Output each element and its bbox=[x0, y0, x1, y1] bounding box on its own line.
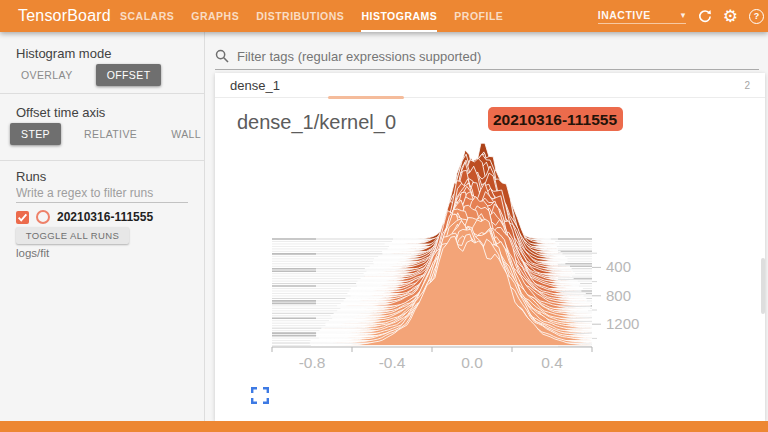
nav-tabs: SCALARSGRAPHSDISTRIBUTIONSHISTOGRAMSPROF… bbox=[120, 0, 503, 32]
divider bbox=[0, 93, 204, 94]
svg-text:800: 800 bbox=[606, 287, 631, 304]
search-icon bbox=[215, 49, 229, 63]
run-tooltip-badge: 20210316-111555 bbox=[488, 107, 623, 131]
scrolled-chart-remnant bbox=[328, 96, 404, 99]
tag-group-header[interactable]: dense_1 2 bbox=[215, 73, 765, 98]
settings-sidebar: Histogram mode OVERLAYOFFSET Offset time… bbox=[0, 32, 205, 421]
offset-time-axis-toggle: STEPRELATIVEWALL bbox=[10, 123, 212, 145]
chart-title: dense_1/kernel_0 bbox=[237, 111, 396, 134]
refresh-icon[interactable] bbox=[697, 9, 712, 24]
chevron-down-icon: ▾ bbox=[681, 10, 686, 20]
tab-profile[interactable]: PROFILE bbox=[454, 0, 503, 32]
svg-text:0.4: 0.4 bbox=[541, 354, 563, 371]
help-icon[interactable]: ? bbox=[749, 9, 764, 24]
mode-overlay-button[interactable]: OVERLAY bbox=[10, 64, 84, 86]
svg-text:-0.4: -0.4 bbox=[379, 354, 406, 371]
app-title: TensorBoard bbox=[18, 0, 111, 32]
offset-time-axis-label: Offset time axis bbox=[16, 105, 105, 120]
tag-group-count: 2 bbox=[744, 80, 750, 91]
tab-histograms[interactable]: HISTOGRAMS bbox=[361, 0, 437, 32]
mode-offset-button[interactable]: OFFSET bbox=[96, 64, 162, 86]
check-icon bbox=[17, 212, 28, 223]
svg-text:400: 400 bbox=[606, 258, 631, 275]
time-axis-step-button[interactable]: STEP bbox=[10, 123, 61, 145]
tag-filter-input[interactable] bbox=[235, 48, 759, 65]
run-filter-input[interactable] bbox=[16, 184, 188, 203]
tab-scalars[interactable]: SCALARS bbox=[120, 0, 174, 32]
histogram-chart: -0.8-0.40.00.44008001200 dense_1/kernel_… bbox=[215, 100, 765, 421]
tab-graphs[interactable]: GRAPHS bbox=[191, 0, 239, 32]
time-axis-relative-button[interactable]: RELATIVE bbox=[73, 123, 148, 145]
divider bbox=[0, 160, 204, 161]
runs-base-path: logs/fit bbox=[16, 247, 49, 259]
main-content: dense_1 2 -0.8-0.40.00.44008001200 dense… bbox=[205, 32, 768, 421]
tag-group-name: dense_1 bbox=[230, 78, 280, 93]
toggle-all-runs-button[interactable]: TOGGLE ALL RUNS bbox=[16, 227, 129, 244]
tag-filter-bar bbox=[215, 43, 759, 70]
runs-label: Runs bbox=[16, 169, 46, 184]
run-color-swatch-icon[interactable] bbox=[36, 210, 50, 224]
histogram-mode-label: Histogram mode bbox=[16, 46, 111, 61]
histogram-mode-toggle: OVERLAYOFFSET bbox=[10, 64, 161, 86]
bottom-orange-bar bbox=[0, 421, 768, 432]
top-navbar: TensorBoard SCALARSGRAPHSDISTRIBUTIONSHI… bbox=[0, 0, 768, 32]
run-badge-text: 20210316-111555 bbox=[493, 111, 618, 128]
svg-text:-0.8: -0.8 bbox=[299, 354, 326, 371]
run-name: 20210316-111555 bbox=[57, 210, 153, 224]
tag-group-card: dense_1 2 -0.8-0.40.00.44008001200 dense… bbox=[215, 73, 765, 421]
tab-distributions[interactable]: DISTRIBUTIONS bbox=[256, 0, 344, 32]
run-list: 20210316-111555 bbox=[16, 210, 153, 224]
status-dropdown[interactable]: INACTIVE ▾ bbox=[598, 9, 686, 24]
run-checkbox[interactable] bbox=[16, 211, 29, 224]
settings-gear-icon[interactable]: ⚙ bbox=[723, 8, 738, 25]
status-label: INACTIVE bbox=[598, 9, 651, 21]
svg-text:1200: 1200 bbox=[606, 315, 639, 332]
fullscreen-icon[interactable] bbox=[252, 388, 268, 403]
svg-text:0.0: 0.0 bbox=[461, 354, 483, 371]
card-scrollbar[interactable] bbox=[761, 258, 765, 314]
navbar-controls: INACTIVE ▾ ⚙ ? bbox=[598, 0, 764, 32]
